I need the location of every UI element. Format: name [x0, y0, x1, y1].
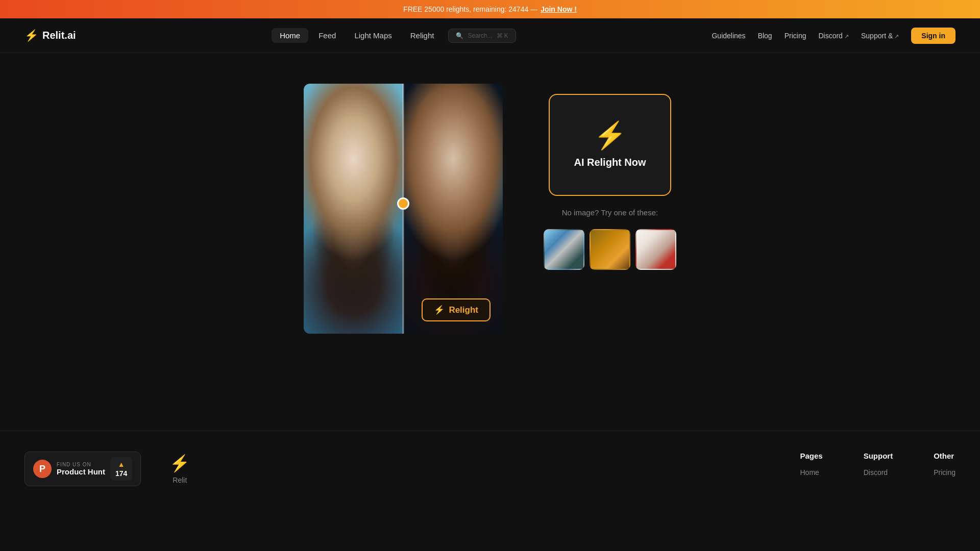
signin-button[interactable]: Sign in: [911, 28, 955, 44]
footer-left: P FIND US ON Product Hunt ▲ 174 ⚡ Relit: [24, 452, 190, 486]
banner-cta[interactable]: Join Now !: [541, 5, 577, 13]
nav-guidelines[interactable]: Guidelines: [712, 32, 745, 40]
footer-col-pages: Pages Home: [800, 452, 823, 482]
nav-discord[interactable]: Discord: [818, 32, 849, 40]
ai-relight-title: AI Relight Now: [574, 157, 646, 168]
footer: P FIND US ON Product Hunt ▲ 174 ⚡ Relit …: [0, 431, 980, 507]
product-hunt-votes: ▲ 174: [110, 457, 132, 481]
nav-tabs: Home Feed Light Maps Relight 🔍 Search...…: [272, 28, 516, 43]
nav-pricing[interactable]: Pricing: [785, 32, 806, 40]
footer-lightning-icon: ⚡: [169, 454, 190, 473]
relight-overlay-label: Relight: [449, 305, 478, 315]
person-photo-right: [403, 84, 503, 334]
footer-link-discord[interactable]: Discord: [864, 468, 893, 477]
footer-col-support: Support Discord: [864, 452, 893, 482]
relight-lightning-icon: ⚡: [434, 305, 445, 315]
footer-pages-heading: Pages: [800, 452, 823, 460]
footer-col-other: Other Pricing: [934, 452, 955, 482]
relight-overlay-button[interactable]: ⚡ Relight: [422, 298, 491, 321]
ai-relight-section: ⚡ AI Relight Now No image? Try one of th…: [544, 84, 676, 270]
nav-logo-text: Relit.ai: [42, 30, 76, 41]
lightning-logo-icon: ⚡: [24, 29, 38, 42]
product-hunt-text: FIND US ON Product Hunt: [57, 462, 105, 476]
tab-relight[interactable]: Relight: [402, 28, 443, 43]
sample-images-row: [544, 229, 676, 270]
footer-support-heading: Support: [864, 452, 893, 460]
person-photo-left: [304, 84, 403, 334]
footer-link-pricing[interactable]: Pricing: [934, 468, 955, 477]
banner-text: FREE 25000 relights, remaining: 24744 —: [403, 5, 537, 13]
sample-image-statue[interactable]: [590, 229, 630, 270]
nav-blog[interactable]: Blog: [758, 32, 772, 40]
search-placeholder: Search...: [468, 32, 492, 39]
footer-other-heading: Other: [934, 452, 955, 460]
footer-logo: ⚡ Relit: [169, 454, 190, 484]
product-hunt-icon: P: [33, 460, 52, 478]
tab-light-maps[interactable]: Light Maps: [346, 28, 400, 43]
ph-name-label: Product Hunt: [57, 467, 105, 476]
main-content: ⚡ Relight ⚡ AI Relight Now No image? Try…: [0, 53, 980, 410]
top-banner: FREE 25000 relights, remaining: 24744 — …: [0, 0, 980, 18]
nav-logo[interactable]: ⚡ Relit.ai: [24, 29, 76, 42]
tab-feed[interactable]: Feed: [310, 28, 344, 43]
image-after: [403, 84, 503, 334]
footer-link-home[interactable]: Home: [800, 468, 823, 477]
no-image-text: No image? Try one of these:: [562, 208, 658, 217]
nav-right-links: Guidelines Blog Pricing Discord Support …: [712, 28, 955, 44]
footer-right: Pages Home Support Discord Other Pricing: [800, 452, 956, 482]
search-bar[interactable]: 🔍 Search... ⌘ K: [448, 29, 516, 43]
ai-relight-card[interactable]: ⚡ AI Relight Now: [549, 94, 671, 196]
search-shortcut: ⌘ K: [497, 32, 508, 39]
ph-arrow-icon: ▲: [118, 460, 125, 468]
image-compare-widget[interactable]: ⚡ Relight: [304, 84, 503, 334]
sample-image-bag[interactable]: [635, 229, 676, 270]
sample-image-car[interactable]: [544, 229, 584, 270]
navbar: ⚡ Relit.ai Home Feed Light Maps Relight …: [0, 18, 980, 53]
nav-support[interactable]: Support &: [861, 32, 899, 40]
ph-vote-count: 174: [115, 469, 127, 478]
tab-home[interactable]: Home: [272, 28, 308, 43]
compare-handle[interactable]: [397, 197, 409, 210]
ai-relight-lightning-icon: ⚡: [594, 122, 627, 148]
footer-relit-label: Relit: [173, 476, 187, 484]
image-before: [304, 84, 403, 334]
search-icon: 🔍: [456, 32, 463, 39]
product-hunt-badge[interactable]: P FIND US ON Product Hunt ▲ 174: [24, 452, 141, 486]
ph-find-us-label: FIND US ON: [57, 462, 105, 467]
